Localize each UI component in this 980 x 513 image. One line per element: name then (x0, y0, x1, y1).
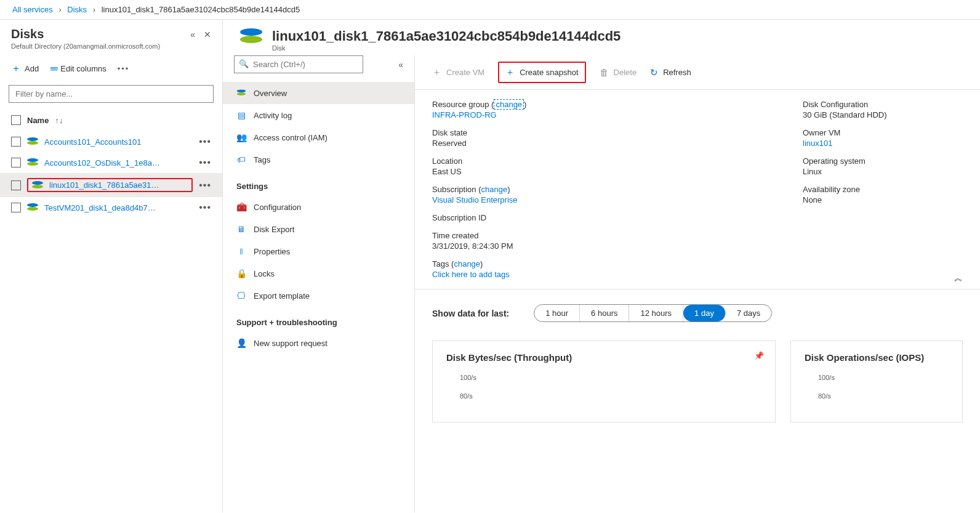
checkbox[interactable] (11, 180, 21, 190)
nav-label: Configuration (254, 203, 301, 212)
change-rg-link[interactable]: change (494, 99, 524, 110)
collapse-essentials-button[interactable]: ︽ (954, 273, 963, 284)
more-button[interactable]: ••• (118, 64, 130, 73)
list-item[interactable]: TestVM201_disk1_dea8d4b7… ••• (0, 197, 222, 218)
time-label: Time created (432, 231, 526, 240)
location-label: Location (432, 156, 526, 166)
toolbox-icon: 🧰 (236, 202, 246, 212)
row-more-button[interactable]: ••• (199, 202, 211, 213)
create-vm-button: ＋ Create VM (432, 67, 484, 78)
az-label: Availability zone (803, 185, 963, 194)
range-1hour[interactable]: 1 hour (534, 305, 580, 321)
name-column-header: Name (27, 116, 49, 125)
chart-title: Disk Operations/sec (IOPS) (805, 352, 949, 363)
owner-label: Owner VM (803, 128, 963, 137)
iops-chart[interactable]: Disk Operations/sec (IOPS) 100/s 80/s (790, 341, 963, 422)
nav-configuration[interactable]: 🧰 Configuration (223, 196, 414, 218)
show-data-label: Show data for last: (432, 309, 509, 318)
add-button[interactable]: ＋ Add (11, 62, 39, 75)
nav-properties[interactable]: ⦀ Properties (223, 240, 414, 262)
tag-icon: 🏷 (236, 155, 246, 164)
nav-label: Activity log (254, 111, 292, 120)
properties-icon: ⦀ (236, 246, 246, 256)
disks-list-panel: Disks « ✕ Default Directory (20amangmail… (0, 20, 223, 512)
nav-label: Disk Export (254, 225, 294, 234)
az-value: None (803, 195, 963, 204)
nav-locks[interactable]: 🔒 Locks (223, 262, 414, 285)
config-value: 30 GiB (Standard HDD) (803, 110, 963, 119)
nav-overview[interactable]: Overview (223, 82, 414, 104)
list-item[interactable]: linux101_disk1_7861a5ae31… ••• (0, 173, 222, 197)
nav-support-request[interactable]: 👤 New support request (223, 332, 414, 354)
search-input[interactable] (234, 55, 363, 73)
disk-name: Accounts101_Accounts101 (44, 137, 193, 147)
checkbox[interactable] (11, 137, 21, 147)
y-tick: 100/s (446, 374, 761, 381)
range-6hours[interactable]: 6 hours (580, 305, 629, 321)
sub-link[interactable]: Visual Studio Enterprise (432, 195, 518, 204)
config-label: Disk Configuration (803, 100, 963, 109)
collapse-icon[interactable]: « (190, 30, 195, 39)
nav-activity-log[interactable]: ▤ Activity log (223, 104, 414, 126)
export-icon: 🖥 (236, 224, 246, 234)
cmd-label: Delete (614, 68, 637, 77)
log-icon: ▤ (236, 110, 246, 120)
cmd-label: Create VM (446, 68, 484, 77)
resource-title: linux101_disk1_7861a5ae31024cbc854b9de14… (272, 28, 621, 44)
list-header[interactable]: Name ↑↓ (0, 109, 222, 131)
disk-icon (27, 137, 38, 146)
y-tick: 100/s (805, 374, 949, 381)
change-tags-link[interactable]: change (454, 259, 480, 269)
nav-export-template[interactable]: 🖵 Export template (223, 285, 414, 307)
collapse-icon[interactable]: « (398, 60, 403, 70)
list-item[interactable]: Accounts101_Accounts101 ••• (0, 131, 222, 152)
breadcrumb-disks[interactable]: Disks (67, 5, 87, 14)
delete-button: 🗑 Delete (600, 67, 637, 78)
resource-type: Disk (272, 44, 621, 52)
tags-label: Tags (432, 259, 449, 269)
breadcrumb: All services › Disks › linux101_disk1_78… (0, 0, 980, 20)
select-all-checkbox[interactable] (11, 115, 21, 125)
sub-label: Subscription (432, 185, 476, 194)
row-more-button[interactable]: ••• (199, 157, 211, 168)
filter-input[interactable] (9, 85, 214, 103)
disk-name: Accounts102_OsDisk_1_1e8a… (44, 158, 193, 168)
plus-icon: ＋ (505, 67, 515, 78)
sort-icon[interactable]: ↑↓ (55, 116, 63, 125)
nav-disk-export[interactable]: 🖥 Disk Export (223, 218, 414, 240)
create-snapshot-button[interactable]: ＋ Create snapshot (498, 62, 585, 83)
change-sub-link[interactable]: change (481, 185, 508, 194)
os-value: Linux (803, 167, 963, 176)
range-7days[interactable]: 7 days (726, 305, 771, 321)
edit-columns-label: Edit columns (60, 64, 106, 73)
state-value: Reserved (432, 139, 526, 148)
close-icon[interactable]: ✕ (204, 30, 211, 39)
checkbox[interactable] (11, 203, 21, 212)
command-bar: ＋ Create VM ＋ Create snapshot 🗑 Delete ↻… (415, 55, 980, 90)
edit-columns-button[interactable]: ≡≡ Edit columns (50, 64, 106, 73)
disk-icon (32, 181, 43, 190)
breadcrumb-all-services[interactable]: All services (12, 5, 53, 14)
add-tags-link[interactable]: Click here to add tags (432, 270, 510, 279)
rg-link[interactable]: INFRA-PROD-RG (432, 110, 497, 119)
pin-icon[interactable]: 📌 (754, 351, 764, 360)
row-more-button[interactable]: ••• (199, 136, 211, 147)
y-tick: 80/s (805, 392, 949, 400)
throughput-chart[interactable]: Disk Bytes/sec (Throughput) 📌 100/s 80/s (432, 341, 776, 422)
row-more-button[interactable]: ••• (199, 180, 211, 191)
range-1day[interactable]: 1 day (683, 305, 726, 321)
template-icon: 🖵 (236, 291, 246, 301)
plus-icon: ＋ (432, 67, 441, 78)
refresh-button[interactable]: ↻ Refresh (650, 67, 691, 78)
nav-label: Tags (254, 155, 270, 164)
list-item[interactable]: Accounts102_OsDisk_1_1e8a… ••• (0, 152, 222, 173)
nav-iam[interactable]: 👥 Access control (IAM) (223, 126, 414, 148)
checkbox[interactable] (11, 158, 21, 168)
owner-vm-link[interactable]: linux101 (803, 139, 832, 148)
y-tick: 80/s (446, 392, 761, 400)
columns-icon: ≡≡ (50, 64, 57, 73)
range-12hours[interactable]: 12 hours (629, 305, 683, 321)
nav-group-support: Support + troubleshooting (223, 307, 414, 332)
nav-tags[interactable]: 🏷 Tags (223, 148, 414, 171)
nav-label: Access control (IAM) (254, 133, 327, 142)
